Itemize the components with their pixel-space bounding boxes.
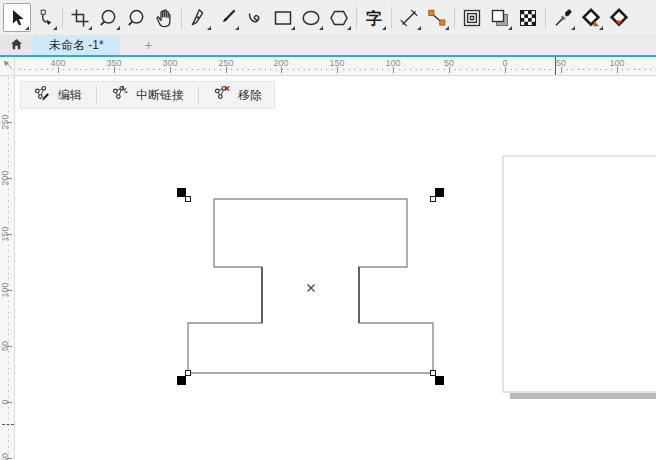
pan-tool[interactable] [150, 3, 178, 32]
new-tab-button[interactable]: + [134, 36, 164, 55]
tab-bar: 未命名 -1* + [0, 36, 656, 55]
horizontal-ruler[interactable]: 40035030025020015010050050100 [0, 57, 656, 76]
page-shadow [510, 393, 656, 399]
polygon-icon [328, 7, 350, 29]
vertical-ruler[interactable]: 25020015010050050 [0, 76, 15, 460]
home-icon [9, 37, 24, 55]
main-toolbar: 字 [0, 0, 656, 36]
selection-handle[interactable] [435, 376, 444, 385]
pen-tool[interactable] [185, 3, 213, 32]
v-ruler-major-tick [6, 346, 12, 347]
v-ruler-major-tick [6, 290, 12, 291]
v-ruler-major-tick [6, 234, 12, 235]
v-ruler-major-tick [6, 122, 12, 123]
symbol-shape[interactable] [188, 199, 433, 373]
ellipse-tool[interactable] [297, 3, 325, 32]
eyedropper-tool[interactable] [549, 3, 577, 32]
selection-node [431, 371, 436, 376]
h-ruler-major-tick [617, 67, 618, 73]
context-toolbar-separator [198, 86, 199, 104]
h-ruler-mouse-indicator [555, 57, 556, 75]
transparency-icon [517, 7, 539, 29]
crop-icon [69, 7, 91, 29]
remove-symbol-button-label: 移除 [238, 87, 262, 104]
ruler-origin[interactable] [0, 57, 15, 76]
transparency-tool[interactable] [514, 3, 542, 32]
selection-node [431, 197, 436, 202]
fill_corner-icon [580, 7, 602, 29]
zoom-alt-tool[interactable] [122, 3, 150, 32]
shape-tool[interactable] [31, 3, 59, 32]
v-ruler-major-tick [6, 178, 12, 179]
horizontal-ruler-minor-ticks [0, 69, 656, 70]
break-link-icon [111, 84, 130, 106]
home-tab-button[interactable] [0, 36, 33, 55]
remove-symbol-button[interactable]: 移除 [203, 83, 272, 107]
bspline-tool[interactable] [241, 3, 269, 32]
dimension-icon [398, 7, 420, 29]
edit-symbol-button-label: 编辑 [58, 87, 82, 104]
toolbar-separator [181, 7, 182, 29]
zoom-icon [97, 7, 119, 29]
break-link-button[interactable]: 中断链接 [101, 83, 194, 107]
h-ruler-major-tick [58, 67, 59, 73]
v-ruler-major-tick [6, 402, 12, 403]
drawing-canvas[interactable] [15, 76, 656, 460]
hand-icon [153, 7, 175, 29]
crop-tool[interactable] [66, 3, 94, 32]
h-ruler-major-tick [393, 67, 394, 73]
polygon-tool[interactable] [325, 3, 353, 32]
ellipse-icon [300, 7, 322, 29]
document-tab[interactable]: 未命名 -1* [33, 36, 120, 55]
h-ruler-major-tick [505, 67, 506, 73]
h-ruler-major-tick [449, 67, 450, 73]
edit-symbol-button[interactable]: 编辑 [23, 83, 92, 107]
text-tool[interactable]: 字 [360, 3, 388, 32]
symbol-context-toolbar: 编辑中断链接移除 [20, 81, 275, 109]
rect-icon [272, 7, 294, 29]
svg-text:字: 字 [366, 8, 382, 26]
drop-shadow-tool[interactable] [486, 3, 514, 32]
selection-handle[interactable] [177, 376, 186, 385]
fill_center-icon [608, 7, 630, 29]
smart-fill-tool[interactable] [605, 3, 633, 32]
zoom-icon [125, 7, 147, 29]
selection-center-mark[interactable] [308, 285, 315, 292]
shadow-icon [489, 7, 511, 29]
pick-icon [6, 7, 28, 29]
connector-tool[interactable] [423, 3, 451, 32]
page [503, 156, 656, 392]
zoom-tool[interactable] [94, 3, 122, 32]
pen-icon [188, 7, 210, 29]
interactive-fill-tool[interactable] [577, 3, 605, 32]
selection-node [186, 197, 191, 202]
h-ruler-major-tick [281, 67, 282, 73]
document-tab-label: 未命名 -1* [49, 37, 104, 54]
rectangle-tool[interactable] [269, 3, 297, 32]
connector-icon [426, 7, 448, 29]
edit-symbol-icon [33, 84, 52, 106]
dimension-tool[interactable] [395, 3, 423, 32]
brush-icon [216, 7, 238, 29]
v-ruler-major-tick [6, 458, 12, 459]
toolbar-separator [391, 7, 392, 29]
selection-handle[interactable] [435, 188, 444, 197]
spline-icon [244, 7, 266, 29]
selection-handle[interactable] [177, 188, 186, 197]
paintbrush-tool[interactable] [213, 3, 241, 32]
pick-tool[interactable] [3, 3, 31, 32]
h-ruler-major-tick [170, 67, 171, 73]
toolbar-separator [454, 7, 455, 29]
h-ruler-major-tick [337, 67, 338, 73]
h-ruler-major-tick [226, 67, 227, 73]
ruler-origin-icon [1, 57, 14, 75]
toolbar-separator [356, 7, 357, 29]
selection-node [186, 371, 191, 376]
shape-icon [34, 7, 56, 29]
contour-icon [461, 7, 483, 29]
contour-tool[interactable] [458, 3, 486, 32]
break-link-button-label: 中断链接 [136, 87, 184, 104]
text-icon: 字 [363, 7, 385, 29]
context-toolbar-separator [96, 86, 97, 104]
h-ruler-major-tick [561, 67, 562, 73]
